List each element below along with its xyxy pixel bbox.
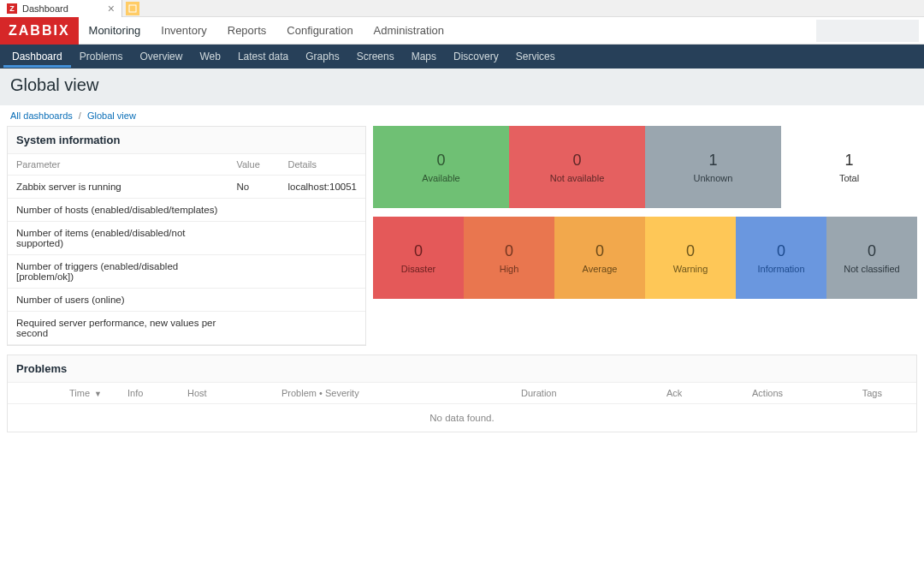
breadcrumb-current-link[interactable]: Global view [87,110,136,121]
tile-label: Average [583,264,618,274]
cell-param: Zabbix server is running [8,176,228,199]
tile-number: 0 [777,242,785,260]
col-value: Value [228,154,279,176]
col-time-label: Time [69,388,90,398]
sub-nav-maps[interactable]: Maps [403,45,445,68]
widget-title: System information [8,127,365,154]
sub-nav-graphs[interactable]: Graphs [297,45,347,68]
sub-nav-web[interactable]: Web [191,45,228,68]
browser-tab[interactable]: Z Dashboard × [0,0,122,17]
zabbix-favicon-icon: Z [7,3,17,14]
table-row: Number of users (online) [8,289,365,312]
cell-value [228,222,279,255]
sub-nav-discovery[interactable]: Discovery [445,45,507,68]
sub-nav-problems[interactable]: Problems [71,45,132,68]
problems-columns: Time ▼ Info Host Problem • Severity Dura… [8,383,916,404]
tile-disaster[interactable]: 0Disaster [373,217,464,299]
cell-param: Number of triggers (enabled/disabled [pr… [8,255,228,289]
system-info-table: Parameter Value Details Zabbix server is… [8,154,365,345]
no-data-message: No data found. [8,404,916,432]
top-nav-administration[interactable]: Administration [364,17,454,44]
cell-param: Number of items (enabled/disabled/not su… [8,222,228,255]
top-nav-items: MonitoringInventoryReportsConfigurationA… [79,17,454,44]
breadcrumb-root-link[interactable]: All dashboards [10,110,73,121]
sub-nav-screens[interactable]: Screens [348,45,403,68]
col-info[interactable]: Info [127,388,187,398]
browser-tab-bar: Z Dashboard × [0,0,924,17]
sort-desc-icon: ▼ [94,390,102,398]
breadcrumb: All dashboards / Global view [0,105,924,126]
cell-details [279,222,365,255]
table-row: Number of hosts (enabled/disabled/templa… [8,199,365,222]
top-nav-inventory[interactable]: Inventory [151,17,216,44]
tile-not-classified[interactable]: 0Not classified [826,217,917,299]
severity-tiles: 0Disaster0High0Average0Warning0Informati… [373,217,917,299]
cell-param: Number of users (online) [8,289,228,312]
tile-number: 1 [844,152,853,170]
cell-value: No [228,176,279,199]
tile-number: 0 [505,242,513,260]
tile-label: Unknown [694,173,733,183]
dashboard-body: System information Parameter Value Detai… [0,126,924,346]
cell-details [279,289,365,312]
col-problem-severity[interactable]: Problem • Severity [281,388,521,398]
col-time[interactable]: Time ▼ [16,388,127,398]
breadcrumb-separator: / [79,110,81,121]
cell-value [228,289,279,312]
svg-rect-0 [129,5,136,12]
tile-label: High [500,264,519,274]
table-row: Required server performance, new values … [8,312,365,345]
new-tab-icon[interactable] [126,2,139,15]
cell-value [228,199,279,222]
tile-number: 1 [708,152,717,170]
col-host[interactable]: Host [187,388,281,398]
col-duration[interactable]: Duration [521,388,666,398]
tile-available[interactable]: 0Available [373,126,509,208]
tile-number: 0 [436,152,445,170]
tile-not-available[interactable]: 0Not available [509,126,645,208]
cell-param: Required server performance, new values … [8,312,228,345]
cell-value [228,255,279,289]
cell-details [279,199,365,222]
page-title: Global view [10,75,914,95]
tile-number: 0 [686,242,695,260]
tile-high[interactable]: 0High [464,217,554,299]
tile-number: 0 [595,242,604,260]
problems-widget: Problems Time ▼ Info Host Problem • Seve… [7,355,917,432]
col-actions[interactable]: Actions [752,388,855,398]
tile-information[interactable]: 0Information [736,217,826,299]
cell-param: Number of hosts (enabled/disabled/templa… [8,199,228,222]
cell-details [279,312,365,345]
table-row: Number of items (enabled/disabled/not su… [8,222,365,255]
tile-unknown[interactable]: 1Unknown [645,126,781,208]
widget-title: Problems [8,355,916,383]
tile-number: 0 [414,242,423,260]
close-icon[interactable]: × [108,2,115,15]
top-nav-configuration[interactable]: Configuration [276,17,363,44]
col-details: Details [279,154,365,176]
tile-total[interactable]: 1Total [781,126,917,208]
table-row: Zabbix server is runningNolocalhost:1005… [8,176,365,199]
sub-nav-overview[interactable]: Overview [131,45,191,68]
cell-details: localhost:10051 [279,176,365,199]
zabbix-logo[interactable]: ZABBIX [0,17,79,45]
browser-tab-title: Dashboard [22,3,68,14]
col-ack[interactable]: Ack [666,388,752,398]
global-search-input[interactable] [816,20,919,42]
top-nav-reports[interactable]: Reports [217,17,277,44]
tile-label: Disaster [401,264,435,274]
top-nav-monitoring[interactable]: Monitoring [79,17,151,44]
tile-average[interactable]: 0Average [554,217,645,299]
page-header: Global view [0,69,924,105]
tile-label: Available [422,173,459,183]
table-row: Number of triggers (enabled/disabled [pr… [8,255,365,289]
tile-warning[interactable]: 0Warning [645,217,736,299]
tile-label: Not classified [844,264,899,274]
sub-nav-latest-data[interactable]: Latest data [229,45,297,68]
sub-nav: DashboardProblemsOverviewWebLatest dataG… [0,45,924,69]
right-column: 0Available0Not available1Unknown1Total 0… [373,126,917,346]
tile-number: 0 [572,152,581,170]
col-tags[interactable]: Tags [855,388,908,398]
sub-nav-dashboard[interactable]: Dashboard [3,45,71,68]
sub-nav-services[interactable]: Services [507,45,564,68]
